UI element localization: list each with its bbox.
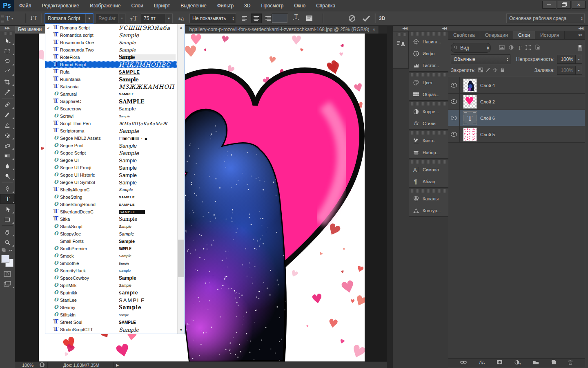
font-list-item[interactable]: OSegoe UI HistoricSample bbox=[45, 171, 177, 179]
text-layer-thumbnail[interactable]: T bbox=[463, 111, 477, 125]
status-arrow-icon[interactable]: ▶ bbox=[116, 363, 119, 367]
default-colors-icon[interactable] bbox=[2, 248, 6, 252]
delete-layer-icon[interactable] bbox=[568, 359, 573, 366]
font-list-item[interactable]: OSteamySample bbox=[45, 304, 177, 311]
minimize-button[interactable] bbox=[542, 1, 556, 9]
layer-visibility-toggle[interactable] bbox=[448, 94, 460, 110]
layer-name[interactable]: Слой 4 bbox=[480, 83, 495, 88]
menu-редактирование[interactable]: Редактирование bbox=[37, 0, 85, 11]
zoom-tool[interactable] bbox=[0, 237, 15, 247]
antialias-select[interactable]: Не показывать ▴▾ bbox=[189, 13, 236, 23]
history-brush-tool[interactable] bbox=[0, 130, 15, 140]
collapse-dock-icon[interactable]: ◀◀ bbox=[448, 25, 585, 31]
font-list-item[interactable]: OSegoe UI EmojiSample bbox=[45, 164, 177, 171]
new-group-icon[interactable] bbox=[533, 360, 539, 366]
font-list-item[interactable]: TTStreet SoulSAMPLE bbox=[45, 319, 177, 326]
dodge-tool[interactable] bbox=[0, 171, 15, 181]
font-list-item[interactable]: TTRosamunda OneSample bbox=[45, 39, 177, 46]
workspace-select[interactable]: Основная рабочая среда ▴▾ bbox=[506, 13, 585, 23]
font-list-item[interactable]: TTShellyAllegroCSample bbox=[45, 186, 177, 193]
panel-tab-свойства[interactable]: Свойства bbox=[448, 31, 480, 39]
font-list-item[interactable]: ✓TTRomana ScriptУСШЩЭЮЯабв bbox=[45, 24, 177, 31]
layer-row[interactable]: Слой 4 bbox=[448, 77, 585, 94]
crop-tool[interactable] bbox=[0, 76, 15, 87]
magic-wand-tool[interactable] bbox=[0, 66, 15, 76]
menu-справка[interactable]: Справка bbox=[311, 0, 341, 11]
menu-выделение[interactable]: Выделение bbox=[175, 0, 212, 11]
font-list-item[interactable]: TTSilverlandDecoCSAMPLE bbox=[45, 208, 177, 215]
panel-button-navigator[interactable]: Навига... bbox=[409, 36, 448, 47]
font-list-item[interactable]: TTRurintaniaSample bbox=[45, 76, 177, 83]
font-list-item[interactable]: TTSapphireCSAMPLE bbox=[45, 98, 177, 105]
filter-shape-layers-icon[interactable] bbox=[526, 45, 531, 51]
hand-tool[interactable] bbox=[0, 227, 15, 237]
font-list-item[interactable]: TTRoteFloraSample bbox=[45, 54, 177, 61]
font-list-item[interactable]: OSegoe MDL2 Assets□▣○◼▨ · ▪ bbox=[45, 135, 177, 142]
panel-menu-icon[interactable]: ▾≡ bbox=[578, 31, 585, 39]
3d-mode-button[interactable]: 3D bbox=[379, 11, 385, 25]
toggle-panels-icon[interactable] bbox=[305, 11, 314, 25]
toolbar-grip[interactable] bbox=[3, 32, 12, 35]
document-size-info[interactable]: Док: 1,83M/7,35M bbox=[51, 363, 112, 368]
font-list-item[interactable]: OSlackScriptSample bbox=[45, 223, 177, 230]
lock-position-icon[interactable] bbox=[493, 67, 498, 74]
menu-слои[interactable]: Слои bbox=[126, 0, 149, 11]
panel-tab-слои[interactable]: Слои bbox=[513, 31, 535, 39]
quick-mask-button[interactable] bbox=[0, 269, 15, 279]
blur-tool[interactable] bbox=[0, 161, 15, 171]
eraser-tool[interactable] bbox=[0, 140, 15, 150]
layer-row[interactable]: ♥Слой 2 bbox=[448, 94, 585, 110]
clone-stamp-tool[interactable] bbox=[0, 120, 15, 130]
font-size-arrow-icon[interactable]: ▾ bbox=[165, 14, 172, 23]
font-list-item[interactable]: OSegoe UI SymbolSample bbox=[45, 179, 177, 186]
collapse-dock-icon[interactable]: ◀◀ bbox=[393, 25, 409, 31]
filter-smart-objects-icon[interactable] bbox=[535, 45, 540, 51]
font-list-item[interactable]: OSpillMilkSample bbox=[45, 282, 177, 289]
menu-изображение[interactable]: Изображение bbox=[85, 0, 126, 11]
font-list-item[interactable]: TTRosamunda TwoSample bbox=[45, 46, 177, 54]
lasso-tool[interactable] bbox=[0, 56, 15, 66]
panel-button-adjustments[interactable]: Корре... bbox=[409, 105, 448, 117]
panel-group-grip[interactable] bbox=[411, 73, 446, 76]
font-list-item[interactable]: OSegoe ScriptSample bbox=[45, 149, 177, 157]
font-list-item[interactable]: TTRufaSAMPLE bbox=[45, 68, 177, 76]
layer-visibility-toggle[interactable] bbox=[448, 110, 460, 126]
layer-filter-select[interactable]: Вид ▴▾ bbox=[451, 43, 491, 53]
brush-tool[interactable] bbox=[0, 110, 15, 120]
font-family-select[interactable]: Romana Script ▾ bbox=[45, 13, 93, 23]
font-list-item[interactable]: OSloppyJoeSample bbox=[45, 230, 177, 238]
layer-thumbnail[interactable] bbox=[463, 128, 477, 141]
panel-button-histogram[interactable]: Гистог... bbox=[409, 59, 448, 71]
font-list-item[interactable]: OShoeStringSAMPLE bbox=[45, 193, 177, 201]
panel-group-grip[interactable] bbox=[411, 32, 446, 36]
zoom-level[interactable]: 100% bbox=[22, 363, 33, 368]
font-list-item[interactable]: OScarecrowSample bbox=[45, 105, 177, 112]
font-size-select[interactable]: 75 пт ▾ bbox=[141, 13, 173, 23]
layer-row[interactable]: TСлой 6 bbox=[448, 110, 585, 126]
layer-row[interactable]: Слой 5 bbox=[448, 126, 585, 143]
font-list-item[interactable]: TTStudioScriptCTTSample bbox=[45, 326, 177, 333]
panel-button-brush-presets[interactable]: Набор... bbox=[409, 146, 448, 158]
opacity-arrow-icon[interactable]: ▾ bbox=[575, 55, 582, 63]
layer-name[interactable]: Слой 5 bbox=[480, 132, 495, 137]
restore-button[interactable] bbox=[557, 1, 571, 9]
type-tool[interactable]: T bbox=[0, 194, 15, 204]
rectangular-marquee-tool[interactable] bbox=[0, 46, 15, 56]
scroll-up-icon[interactable]: ▲ bbox=[178, 24, 185, 31]
opacity-input[interactable]: 100% ▾ bbox=[557, 55, 582, 64]
menu-3d[interactable]: 3D bbox=[239, 0, 256, 11]
clone-source-panel-button[interactable] bbox=[393, 31, 409, 69]
foreground-background-swatches[interactable] bbox=[1, 255, 13, 267]
warp-text-icon[interactable]: T bbox=[292, 11, 301, 25]
font-list-item[interactable]: OSegoe UISample bbox=[45, 157, 177, 164]
font-list-item[interactable]: TTScript Thin PenЖМаШЦаКабаМаЖ bbox=[45, 120, 177, 127]
new-layer-icon[interactable] bbox=[551, 359, 556, 366]
move-tool[interactable] bbox=[0, 36, 15, 46]
font-list-item[interactable]: OStanLeeSAMPLE bbox=[45, 296, 177, 304]
text-color-swatch[interactable] bbox=[272, 14, 287, 23]
font-list-item[interactable]: TTScriptoramaSample bbox=[45, 127, 177, 135]
layer-style-icon[interactable]: fx▾ bbox=[479, 360, 485, 366]
font-list-item[interactable]: Small FontsSample bbox=[45, 238, 177, 245]
font-list-item[interactable]: TTSaksoniaМЗЖЖКАМНОП bbox=[45, 83, 177, 90]
rectangle-tool[interactable] bbox=[0, 214, 15, 224]
